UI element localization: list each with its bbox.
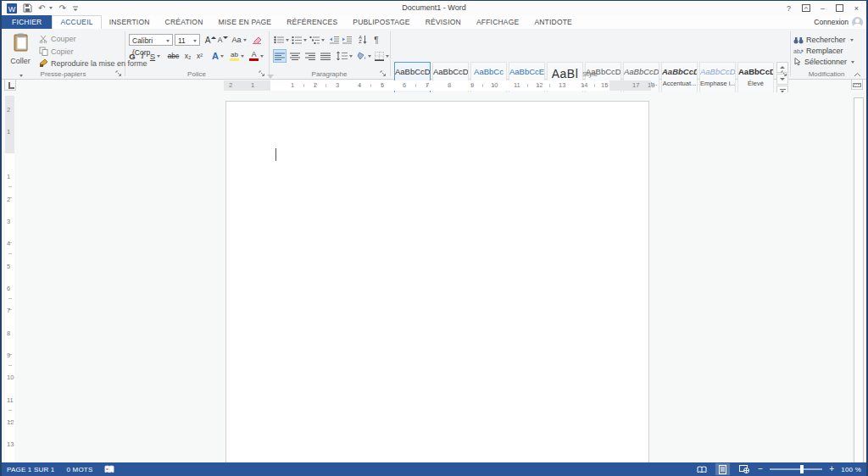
sign-in-label[interactable]: Connexion	[814, 18, 849, 26]
borders-button[interactable]	[374, 49, 390, 63]
justify-button[interactable]	[319, 49, 332, 63]
tab-references[interactable]: RÉFÉRENCES	[279, 15, 345, 29]
clipboard-dialog-launcher-icon[interactable]	[115, 70, 122, 77]
sort-icon: AZ	[359, 36, 362, 44]
decrease-indent-button[interactable]	[328, 34, 340, 46]
find-button[interactable]: Rechercher	[793, 35, 854, 45]
tab-publipostage[interactable]: PUBLIPOSTAGE	[345, 15, 417, 29]
copy-label: Copier	[51, 47, 74, 56]
horizontal-ruler[interactable]: 2 1 1 2 3 4 5 6 7 8 9 10 11 12 13 14 15 …	[224, 80, 651, 91]
clear-formatting-button[interactable]	[251, 34, 263, 46]
help-button[interactable]: ?	[782, 2, 796, 14]
word-count[interactable]: 0 MOTS	[67, 466, 93, 473]
font-dialog-launcher-icon[interactable]	[259, 70, 265, 77]
proofing-status-button[interactable]	[104, 465, 114, 473]
ruler-toggle-icon	[853, 81, 861, 88]
tab-mise-en-page[interactable]: MISE EN PAGE	[210, 15, 279, 29]
styles-dialog-launcher-icon[interactable]	[781, 70, 787, 77]
paragraph-dialog-launcher-icon[interactable]	[380, 70, 387, 77]
title-bar: W ↶ ↷ Document1 - Word ? – ×	[2, 1, 866, 15]
grow-font-button[interactable]: A	[205, 34, 216, 46]
tab-insertion[interactable]: INSERTION	[102, 15, 158, 29]
ruler-number: 1	[7, 173, 10, 180]
user-avatar-icon[interactable]	[852, 17, 863, 28]
copy-button[interactable]: Copier	[39, 47, 74, 56]
web-layout-button[interactable]	[737, 463, 751, 475]
sort-button[interactable]: AZ	[356, 34, 370, 46]
align-center-button[interactable]	[288, 49, 302, 63]
superscript-button[interactable]: x²	[194, 49, 205, 63]
tab-creation[interactable]: CRÉATION	[158, 15, 211, 29]
vertical-scrollbar[interactable]	[852, 92, 865, 476]
document-workspace[interactable]	[2, 92, 866, 462]
font-color-button[interactable]: A	[248, 49, 264, 63]
align-right-button[interactable]	[303, 49, 317, 63]
scrollbar-thumb[interactable]	[854, 97, 864, 469]
tab-accueil[interactable]: ACCUEIL	[52, 15, 101, 29]
ruler-toggle-button[interactable]	[851, 79, 863, 90]
find-dropdown-icon	[850, 39, 854, 42]
maximize-button[interactable]	[832, 2, 847, 14]
subscript-button[interactable]: x₂	[182, 49, 193, 63]
read-mode-icon	[697, 466, 707, 473]
collapse-ribbon-button[interactable]	[854, 72, 861, 77]
strikethrough-button[interactable]: abc	[166, 49, 181, 63]
tab-fichier[interactable]: FICHIER	[2, 15, 52, 29]
numbering-button[interactable]	[291, 34, 307, 46]
bold-button[interactable]: G	[127, 49, 137, 63]
increase-indent-button[interactable]	[341, 34, 353, 46]
italic-button[interactable]: I	[138, 49, 147, 63]
align-left-button[interactable]	[273, 49, 287, 63]
document-page[interactable]	[225, 101, 649, 462]
line-spacing-button[interactable]	[336, 49, 353, 63]
font-color-dropdown-icon	[260, 55, 264, 58]
zoom-in-button[interactable]: +	[829, 462, 834, 476]
zoom-out-button[interactable]: −	[758, 462, 763, 476]
account-area[interactable]: Connexion	[814, 15, 863, 29]
tab-stop-icon	[8, 82, 14, 89]
zoom-level[interactable]: 100 %	[841, 466, 861, 473]
tab-affichage[interactable]: AFFICHAGE	[469, 15, 526, 29]
paragraph-group-label: Paragraphe	[269, 70, 390, 78]
tab-antidote[interactable]: ANTIDOTE	[526, 15, 580, 29]
change-case-button[interactable]: Aa	[231, 34, 247, 46]
italic-icon: I	[141, 52, 143, 60]
read-mode-button[interactable]	[694, 463, 709, 475]
cut-button[interactable]: Couper	[39, 35, 76, 43]
binoculars-icon	[793, 36, 804, 44]
window-title: Document1 - Word	[2, 1, 866, 15]
select-button[interactable]: Sélectionner	[793, 57, 854, 67]
page-indicator[interactable]: PAGE 1 SUR 1	[7, 466, 55, 473]
replace-button[interactable]: ab Remplacer	[793, 46, 843, 56]
show-paragraph-marks-button[interactable]: ¶	[371, 34, 381, 46]
zoom-slider[interactable]	[770, 468, 822, 470]
ruler-number: 5	[381, 81, 384, 89]
tab-stop-selector[interactable]	[4, 79, 16, 91]
font-name-combo[interactable]: Calibri (Corp	[129, 34, 173, 46]
minimize-button[interactable]: –	[815, 2, 830, 14]
ruler-number: 11	[7, 396, 14, 404]
underline-icon: S	[150, 52, 155, 61]
ribbon-display-options-button[interactable]	[798, 2, 813, 14]
print-layout-button[interactable]	[715, 463, 730, 475]
ruler-number: 1	[291, 81, 294, 89]
borders-dropdown-icon	[386, 55, 389, 58]
underline-button[interactable]: S	[147, 49, 163, 63]
highlight-button[interactable]: ab	[228, 49, 246, 63]
multilevel-list-button[interactable]	[309, 34, 325, 46]
close-button[interactable]: ×	[849, 2, 864, 14]
zoom-slider-thumb[interactable]	[800, 465, 804, 473]
font-size-combo[interactable]: 11	[175, 34, 200, 46]
shading-button[interactable]	[356, 49, 372, 63]
tab-revision[interactable]: RÉVISION	[418, 15, 469, 29]
word-window: W ↶ ↷ Document1 - Word ? – × FICHIER ACC…	[0, 0, 868, 476]
scissors-icon	[39, 35, 48, 43]
multilevel-dropdown-icon	[321, 39, 325, 42]
bullets-button[interactable]	[273, 34, 289, 46]
vertical-ruler[interactable]: 2 1 1 2 3 4 5 6 7 8 9 10 11 12 13	[5, 96, 14, 463]
text-effects-button[interactable]: A	[210, 49, 225, 63]
ruler-number: 14	[581, 81, 587, 89]
chevron-up-icon	[854, 72, 861, 77]
shrink-font-button[interactable]: A	[218, 34, 228, 46]
underline-dropdown-icon	[157, 55, 160, 58]
